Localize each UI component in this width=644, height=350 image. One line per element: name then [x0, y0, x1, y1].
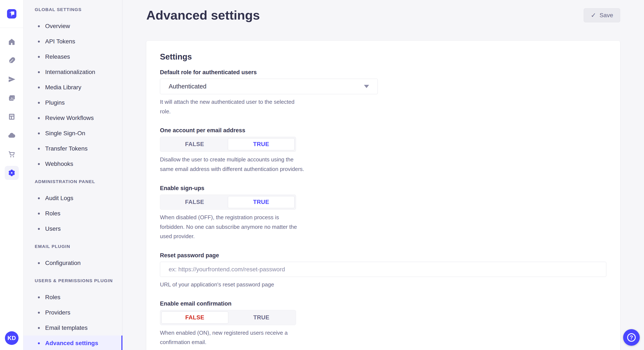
sign-ups-hint: When disabled (OFF), the registration pr… [160, 213, 305, 241]
reset-password-label: Reset password page [160, 252, 606, 259]
strapi-logo-icon [7, 9, 16, 18]
sidebar-item-releases[interactable]: Releases [24, 49, 122, 64]
bullet-icon [38, 312, 40, 314]
bullet-icon [38, 56, 40, 58]
default-role-select[interactable]: Authenticated [160, 79, 378, 94]
sidebar-item-media-library[interactable]: Media Library [24, 80, 122, 95]
cart-icon[interactable] [0, 145, 24, 164]
section-title: USERS & PERMISSIONS PLUGIN [24, 278, 122, 284]
sidebar-item-audit-logs[interactable]: Audit Logs [24, 190, 122, 206]
help-button[interactable]: ? [623, 329, 640, 346]
bullet-icon [38, 213, 40, 214]
field-sign-ups: Enable sign-ups FALSE TRUE When disabled… [160, 185, 606, 241]
sidebar-item-email-templates[interactable]: Email templates [24, 320, 122, 336]
sign-ups-true-option[interactable]: TRUE [228, 196, 295, 208]
bullet-icon [38, 148, 40, 150]
logo-area [0, 0, 23, 28]
sidebar-item-api-tokens[interactable]: API Tokens [24, 34, 122, 49]
nav-rail: KD [0, 0, 24, 350]
sidebar-item-advanced-settings[interactable]: Advanced settings [24, 336, 122, 350]
one-account-false-option[interactable]: FALSE [162, 138, 228, 150]
one-account-toggle: FALSE TRUE [160, 137, 296, 152]
field-default-role: Default role for authenticated users Aut… [160, 69, 606, 116]
sign-ups-false-option[interactable]: FALSE [162, 196, 228, 208]
sidebar-item-plugins[interactable]: Plugins [24, 95, 122, 110]
section-title: EMAIL PLUGIN [24, 243, 122, 250]
default-role-hint: It will attach the new authenticated use… [160, 97, 305, 116]
sidebar-item-overview[interactable]: Overview [24, 18, 122, 34]
bullet-icon [38, 87, 40, 88]
layout-icon[interactable] [0, 107, 24, 126]
bullet-icon [38, 71, 40, 73]
cloud-icon[interactable] [0, 126, 24, 145]
settings-section-title: Settings [160, 52, 606, 61]
media-library-icon[interactable] [0, 89, 24, 107]
subnav-section-administration-panel: ADMINISTRATION PANEL Audit Logs Roles Us… [24, 178, 122, 236]
subnav-section-email-plugin: EMAIL PLUGIN Configuration [24, 243, 122, 271]
reset-password-hint: URL of your application's reset password… [160, 280, 501, 289]
bullet-icon [38, 133, 40, 134]
settings-subnav: GLOBAL SETTINGS Overview API Tokens Rele… [24, 0, 122, 350]
bullet-icon [38, 296, 40, 298]
field-one-account: One account per email address FALSE TRUE… [160, 127, 606, 174]
subnav-section-users-permissions-plugin: USERS & PERMISSIONS PLUGIN Roles Provide… [24, 278, 122, 350]
email-confirmation-toggle: FALSE TRUE [160, 310, 296, 325]
sidebar-item-configuration[interactable]: Configuration [24, 255, 122, 271]
subnav-section-global-settings: GLOBAL SETTINGS Overview API Tokens Rele… [24, 6, 122, 172]
sidebar-item-single-sign-on[interactable]: Single Sign-On [24, 126, 122, 141]
email-confirmation-true-option[interactable]: TRUE [228, 312, 295, 324]
chevron-down-icon [364, 85, 369, 88]
default-role-label: Default role for authenticated users [160, 69, 606, 76]
one-account-hint: Disallow the user to create multiple acc… [160, 155, 305, 174]
bullet-icon [38, 262, 40, 264]
field-email-confirmation: Enable email confirmation FALSE TRUE Whe… [160, 301, 606, 347]
sidebar-item-webhooks[interactable]: Webhooks [24, 156, 122, 172]
strapi-logo[interactable] [7, 9, 16, 18]
section-title: ADMINISTRATION PANEL [24, 178, 122, 185]
main-content: Advanced settings ✓ Save Settings Defaul… [122, 0, 644, 350]
page-title: Advanced settings [146, 8, 260, 23]
email-confirmation-hint: When enabled (ON), new registered users … [160, 328, 305, 347]
bullet-icon [38, 197, 40, 199]
home-icon[interactable] [0, 32, 24, 51]
default-role-select-value: Authenticated [169, 83, 206, 90]
save-button[interactable]: ✓ Save [584, 8, 620, 22]
email-confirmation-false-option[interactable]: FALSE [162, 312, 228, 324]
sidebar-item-providers[interactable]: Providers [24, 305, 122, 320]
bullet-icon [38, 25, 40, 27]
bullet-icon [38, 41, 40, 42]
sidebar-item-admin-roles[interactable]: Roles [24, 206, 122, 221]
settings-card: Settings Default role for authenticated … [146, 41, 620, 350]
check-icon: ✓ [591, 12, 596, 18]
feather-icon[interactable] [0, 51, 24, 70]
one-account-true-option[interactable]: TRUE [228, 138, 295, 150]
bullet-icon [38, 163, 40, 165]
sidebar-item-transfer-tokens[interactable]: Transfer Tokens [24, 141, 122, 156]
help-question-icon: ? [627, 333, 636, 342]
page-header: Advanced settings ✓ Save [146, 0, 620, 23]
one-account-label: One account per email address [160, 127, 606, 134]
sidebar-item-users[interactable]: Users [24, 221, 122, 236]
bullet-icon [38, 342, 40, 344]
sidebar-item-up-roles[interactable]: Roles [24, 290, 122, 305]
sign-ups-toggle: FALSE TRUE [160, 194, 296, 210]
field-reset-password: Reset password page URL of your applicat… [160, 252, 606, 289]
section-title: GLOBAL SETTINGS [24, 6, 122, 13]
settings-active-pill [5, 166, 19, 180]
bullet-icon [38, 228, 40, 230]
bullet-icon [38, 117, 40, 119]
avatar[interactable]: KD [5, 331, 18, 345]
bullet-icon [38, 102, 40, 104]
sidebar-item-internationalization[interactable]: Internationalization [24, 64, 122, 80]
settings-gear-icon[interactable] [0, 164, 24, 182]
reset-password-input[interactable] [160, 262, 606, 277]
sidebar-item-review-workflows[interactable]: Review Workflows [24, 110, 122, 126]
bullet-icon [38, 327, 40, 329]
sign-ups-label: Enable sign-ups [160, 185, 606, 191]
email-confirmation-label: Enable email confirmation [160, 301, 606, 307]
save-button-label: Save [600, 12, 613, 19]
rail-icon-list [0, 28, 23, 182]
send-icon[interactable] [0, 70, 24, 89]
